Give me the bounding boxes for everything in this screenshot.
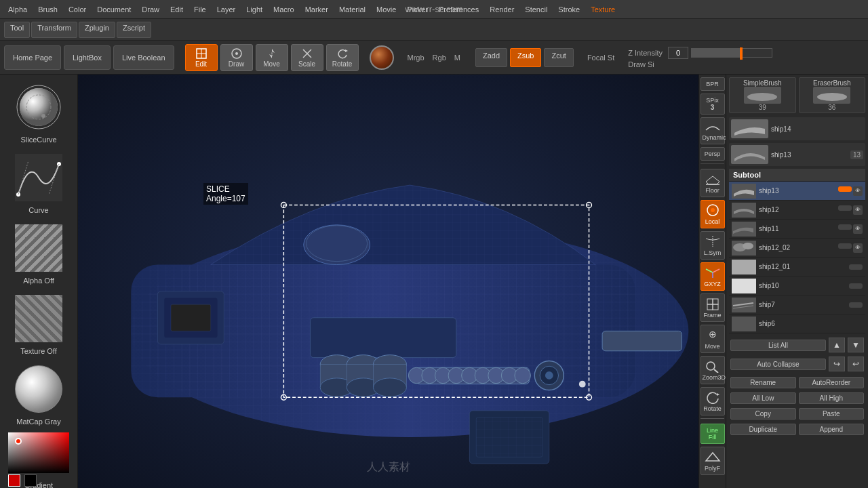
list-all-btn[interactable]: List All: [730, 340, 826, 351]
color-picker-tool[interactable]: Gradient: [3, 430, 75, 488]
subtool-ship10[interactable]: ship10: [729, 277, 865, 296]
slice-curve-tool[interactable]: SliceCurve: [3, 77, 75, 146]
tool-btn[interactable]: Tool: [4, 22, 30, 38]
ship13-top-row[interactable]: ship13 13: [729, 143, 865, 166]
menu-stencil[interactable]: Stencil: [519, 4, 553, 15]
rgb-label[interactable]: Rgb: [430, 54, 449, 62]
auto-collapse-arrow2-btn[interactable]: ↩: [848, 357, 864, 371]
bg-color-swatch[interactable]: [24, 474, 37, 487]
lightbox-btn[interactable]: LightBox: [64, 45, 111, 70]
toggle-off-ship7[interactable]: [849, 302, 863, 308]
auto-collapse-arrow-btn[interactable]: ↪: [829, 357, 845, 371]
menu-alpha[interactable]: Alpha: [3, 4, 33, 15]
zplugin-btn[interactable]: Zplugin: [79, 22, 115, 38]
toggle-off-ship11[interactable]: [838, 224, 852, 230]
polyf-btn[interactable]: PolyF: [701, 447, 725, 475]
menu-preferences[interactable]: Preferences: [433, 4, 484, 15]
list-down-btn[interactable]: ▼: [848, 338, 864, 352]
zcut-btn[interactable]: Zcut: [544, 48, 573, 67]
z-intensity-value[interactable]: 0: [668, 47, 688, 59]
simple-brush-item[interactable]: SimpleBrush 39: [729, 77, 796, 113]
menu-layer[interactable]: Layer: [212, 4, 241, 15]
m-label[interactable]: M: [452, 54, 463, 62]
local-btn[interactable]: Local: [701, 200, 725, 228]
vis-icon-ship12[interactable]: 👁: [853, 205, 863, 215]
duplicate-btn[interactable]: Duplicate: [730, 424, 796, 435]
menu-light[interactable]: Light: [241, 4, 268, 15]
subtool-ship12_02[interactable]: ship12_02 👁: [729, 239, 865, 258]
subtool-ship13[interactable]: ship13 👁: [729, 182, 865, 201]
list-up-btn[interactable]: ▲: [829, 338, 845, 352]
vis-icon-ship11[interactable]: 👁: [853, 224, 863, 234]
fg-color-swatch[interactable]: [8, 474, 20, 487]
bpr-btn[interactable]: BPR: [701, 77, 725, 91]
mrgb-label[interactable]: Mrgb: [405, 54, 427, 62]
subtool-ship12[interactable]: ship12 👁: [729, 201, 865, 220]
menu-edit[interactable]: Edit: [165, 4, 189, 15]
vis-icon-ship13[interactable]: 👁: [853, 186, 863, 196]
subtool-ship7[interactable]: ship7: [729, 296, 865, 314]
ship14-row[interactable]: ship14: [729, 117, 865, 140]
home-page-btn[interactable]: Home Page: [4, 45, 61, 70]
rotate-btn[interactable]: Rotate: [326, 44, 359, 71]
toggle-off-ship12[interactable]: [838, 205, 852, 211]
color-sphere[interactable]: [370, 45, 394, 70]
menu-stroke[interactable]: Stroke: [553, 4, 585, 15]
move-btn[interactable]: ↕ Move: [256, 44, 288, 71]
menu-render[interactable]: Render: [484, 4, 519, 15]
menu-brush[interactable]: Brush: [33, 4, 63, 15]
menu-color[interactable]: Color: [63, 4, 92, 15]
floor-btn[interactable]: Floor: [701, 169, 725, 197]
subtool-ship12_01[interactable]: ship12_01: [729, 258, 865, 277]
subtool-ship11[interactable]: ship11 👁: [729, 220, 865, 239]
transform-btn[interactable]: Transform: [31, 22, 77, 38]
viewport[interactable]: SLICE Angle=107 人人素材: [78, 75, 698, 488]
menu-draw[interactable]: Draw: [136, 4, 165, 15]
alpha-off-tool[interactable]: Alpha Off: [3, 218, 75, 287]
paste-btn[interactable]: Paste: [799, 408, 865, 420]
spix-value[interactable]: 3: [703, 104, 723, 111]
auto-collapse-btn[interactable]: Auto Collapse: [730, 359, 826, 370]
menu-document[interactable]: Document: [92, 4, 136, 15]
copy-btn[interactable]: Copy: [730, 408, 796, 420]
menu-file[interactable]: File: [189, 4, 212, 15]
menu-movie[interactable]: Movie: [371, 4, 401, 15]
matcap-tool[interactable]: MatCap Gray: [3, 359, 75, 428]
z-intensity-slider[interactable]: [691, 48, 772, 58]
live-boolean-btn[interactable]: Live Boolean: [113, 45, 174, 70]
all-low-btn[interactable]: All Low: [730, 392, 796, 404]
all-high-btn[interactable]: All High: [799, 392, 865, 404]
move-control-btn[interactable]: ⊕ Move: [701, 325, 725, 353]
toggle-on-ship13[interactable]: [838, 186, 852, 192]
persp-btn[interactable]: Persp: [701, 147, 725, 161]
curve-tool[interactable]: Curve: [3, 148, 75, 217]
dynamic-btn[interactable]: Dynamic: [701, 117, 725, 144]
append-btn[interactable]: Append: [799, 424, 865, 435]
zscript-btn[interactable]: Zscript: [117, 22, 151, 38]
menu-macro[interactable]: Macro: [268, 4, 300, 15]
menu-texture[interactable]: Texture: [585, 4, 620, 15]
edit-btn[interactable]: Edit: [185, 44, 218, 71]
rename-btn[interactable]: Rename: [730, 377, 796, 388]
toggle-off-ship12_02[interactable]: [838, 243, 852, 249]
gxyz-btn[interactable]: GXYZ: [701, 262, 725, 291]
zoom3d-btn[interactable]: Zoom3D: [701, 356, 725, 384]
scale-btn[interactable]: Scale: [291, 44, 323, 71]
subtool-ship6[interactable]: ship6: [729, 314, 865, 333]
toggle-off-ship10[interactable]: [849, 283, 863, 289]
spix-btn[interactable]: SPix 3: [701, 94, 725, 115]
menu-material[interactable]: Material: [334, 4, 371, 15]
autoreorder-btn[interactable]: AutoReorder: [799, 377, 865, 388]
rotate-control-btn[interactable]: Rotate: [701, 387, 725, 415]
zadd-btn[interactable]: Zadd: [475, 48, 507, 67]
frame-btn[interactable]: Frame: [701, 293, 725, 322]
menu-marker[interactable]: Marker: [300, 4, 334, 15]
toggle-off-ship12_01[interactable]: [849, 264, 863, 270]
canvas-area[interactable]: SLICE Angle=107 人人素材: [78, 75, 698, 488]
vis-icon-ship12_02[interactable]: 👁: [853, 243, 863, 253]
eraser-brush-item[interactable]: EraserBrush 36: [799, 77, 866, 113]
menu-picker[interactable]: Picker: [401, 4, 433, 15]
line-fill-btn[interactable]: Line Fill: [701, 424, 725, 444]
zsub-btn[interactable]: Zsub: [510, 48, 541, 67]
lsym-btn[interactable]: L.Sym: [701, 231, 725, 260]
